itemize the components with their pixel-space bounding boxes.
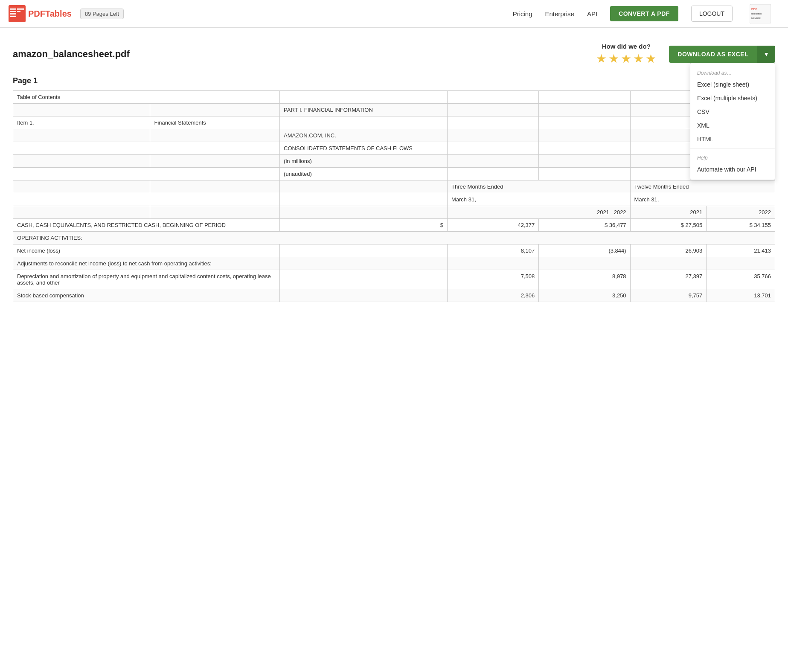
- table-cell: [150, 206, 280, 219]
- table-cell: (3,844): [539, 244, 630, 257]
- table-cell: [280, 91, 448, 104]
- table-row: OPERATING ACTIVITIES:: [13, 232, 775, 244]
- rating-section: How did we do? ★ ★ ★ ★ ★: [596, 43, 656, 66]
- table-cell: [630, 257, 707, 270]
- download-dropdown-arrow[interactable]: ▼: [757, 46, 775, 63]
- table-cell: [13, 206, 150, 219]
- table-cell: [280, 116, 448, 129]
- table-cell: [539, 116, 630, 129]
- main-content: amazon_balancesheet.pdf How did we do? ★…: [0, 28, 788, 311]
- table-cell: [447, 142, 538, 155]
- table-cell: [150, 142, 280, 155]
- star-2[interactable]: ★: [608, 52, 619, 66]
- dropdown-help-label: Help: [690, 151, 775, 163]
- table-cell-years-3mo: 2021 2022: [447, 206, 630, 219]
- dropdown-item-excel-single[interactable]: Excel (single sheet): [690, 78, 775, 91]
- table-cell-stock-comp-label: Stock-based compensation: [13, 289, 280, 302]
- logo-icon: [9, 5, 26, 22]
- table-row: Table of Contents: [13, 91, 775, 104]
- table-cell: [447, 168, 538, 180]
- table-row: Depreciation and amortization of propert…: [13, 270, 775, 289]
- table-cell-march31-12mo: March 31,: [630, 193, 775, 206]
- table-cell: [280, 244, 448, 257]
- table-cell: 13,701: [707, 289, 775, 302]
- table-cell: PART I. FINANCIAL INFORMATION: [280, 104, 448, 116]
- svg-text:association: association: [751, 12, 762, 15]
- download-dropdown-menu: Download as… Excel (single sheet) Excel …: [690, 63, 775, 180]
- star-5[interactable]: ★: [646, 52, 656, 66]
- logout-button[interactable]: LOGOUT: [691, 6, 733, 22]
- dropdown-section-label: Download as…: [690, 67, 775, 78]
- table-cell: 8,107: [447, 244, 538, 257]
- nav-api[interactable]: API: [587, 10, 597, 17]
- table-row: Adjustments to reconcile net income (los…: [13, 257, 775, 270]
- table-cell: 9,757: [630, 289, 707, 302]
- svg-rect-3: [10, 11, 16, 12]
- table-row: PART I. FINANCIAL INFORMATION: [13, 104, 775, 116]
- table-cell: [447, 129, 538, 142]
- table-cell: 2,306: [447, 289, 538, 302]
- nav-pricing[interactable]: Pricing: [513, 10, 532, 17]
- svg-rect-4: [10, 13, 16, 14]
- dropdown-item-excel-multi[interactable]: Excel (multiple sheets): [690, 91, 775, 105]
- table-cell: Table of Contents: [13, 91, 150, 104]
- pages-left-text: 89 Pages Left: [85, 11, 119, 17]
- dropdown-item-html[interactable]: HTML: [690, 132, 775, 146]
- download-as-excel-button[interactable]: DOWNLOAD AS EXCEL: [669, 46, 757, 63]
- table-cell: [150, 104, 280, 116]
- table-cell-adjustments-label: Adjustments to reconcile net income (los…: [13, 257, 280, 270]
- star-1[interactable]: ★: [596, 52, 607, 66]
- table-cell-cash-label: CASH, CASH EQUIVALENTS, AND RESTRICTED C…: [13, 219, 280, 232]
- star-3[interactable]: ★: [621, 52, 631, 66]
- logo-area: PDFTables: [9, 5, 72, 22]
- star-4[interactable]: ★: [633, 52, 644, 66]
- table-cell: [150, 155, 280, 168]
- table-cell: [280, 289, 448, 302]
- table-cell: [539, 129, 630, 142]
- table-cell-depreciation-label: Depreciation and amortization of propert…: [13, 270, 280, 289]
- data-table: Table of Contents PART I. FINANCIAL INFO…: [13, 90, 775, 302]
- dropdown-item-csv[interactable]: CSV: [690, 105, 775, 119]
- pdf-association-badge: PDF association MEMBER: [750, 4, 771, 23]
- table-cell: [539, 142, 630, 155]
- table-row: Item 1. Financial Statements: [13, 116, 775, 129]
- nav-enterprise[interactable]: Enterprise: [545, 10, 574, 17]
- svg-text:PDF: PDF: [751, 8, 758, 11]
- table-row: (in millions): [13, 155, 775, 168]
- table-cell: [447, 104, 538, 116]
- table-cell: [13, 168, 150, 180]
- table-cell: [13, 142, 150, 155]
- rating-label: How did we do?: [602, 43, 651, 50]
- logo-text: PDFTables: [28, 9, 72, 19]
- table-cell-year-2022: 2022: [707, 206, 775, 219]
- table-cell: 3,250: [539, 289, 630, 302]
- table-cell: 42,377: [447, 219, 538, 232]
- table-cell: 26,903: [630, 244, 707, 257]
- table-row: CASH, CASH EQUIVALENTS, AND RESTRICTED C…: [13, 219, 775, 232]
- convert-pdf-button[interactable]: CONVERT A PDF: [610, 6, 678, 21]
- star-rating[interactable]: ★ ★ ★ ★ ★: [596, 52, 656, 66]
- table-cell: [150, 193, 280, 206]
- svg-rect-7: [17, 8, 24, 9]
- table-cell-twelve-months: Twelve Months Ended: [630, 180, 775, 193]
- table-cell-three-months: Three Months Ended: [447, 180, 630, 193]
- dropdown-divider: [690, 148, 775, 149]
- table-cell: [539, 155, 630, 168]
- table-cell: $ 34,155: [707, 219, 775, 232]
- table-cell: [539, 91, 630, 104]
- svg-rect-8: [17, 9, 24, 10]
- dropdown-item-xml[interactable]: XML: [690, 119, 775, 132]
- table-cell: [539, 257, 630, 270]
- table-cell: [13, 104, 150, 116]
- table-cell: [150, 180, 280, 193]
- table-cell: [150, 168, 280, 180]
- dropdown-item-api[interactable]: Automate with our API: [690, 163, 775, 176]
- table-cell: [280, 180, 448, 193]
- table-cell: [447, 116, 538, 129]
- table-row: Stock-based compensation 2,306 3,250 9,7…: [13, 289, 775, 302]
- table-cell: $ 27,505: [630, 219, 707, 232]
- table-cell: $: [280, 219, 448, 232]
- file-info-bar: amazon_balancesheet.pdf How did we do? ★…: [13, 36, 775, 72]
- table-cell: [447, 257, 538, 270]
- table-cell-net-income-label: Net income (loss): [13, 244, 280, 257]
